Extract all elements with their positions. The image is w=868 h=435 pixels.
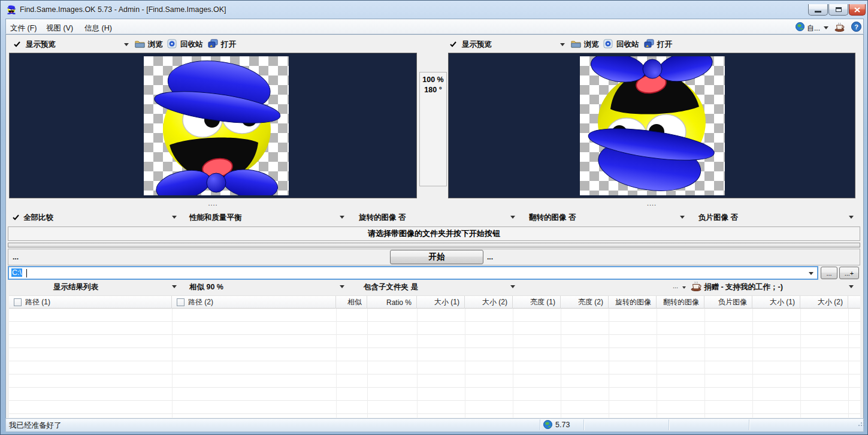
open-icon-left[interactable] bbox=[208, 39, 218, 50]
start-pre-dots: ... bbox=[13, 253, 19, 261]
grid-vline bbox=[609, 309, 609, 418]
column-header-flipped[interactable]: 翻转的图像 bbox=[657, 296, 704, 309]
minimize-icon bbox=[815, 11, 821, 13]
column-header-dim1[interactable]: 大小 (1) bbox=[752, 296, 800, 309]
svg-text:?: ? bbox=[854, 23, 858, 31]
results-table-header: 路径 (1) 路径 (2) 相似 Ratio % 大小 (1) 大小 (2) 亮… bbox=[9, 295, 860, 309]
open-icon-right[interactable] bbox=[644, 39, 654, 50]
close-icon bbox=[854, 7, 860, 13]
column-header-size2[interactable]: 大小 (2) bbox=[465, 296, 513, 309]
negative-images-arrow-icon[interactable] bbox=[849, 216, 854, 219]
zoom-rotation-panel: 100 % 180 ° bbox=[419, 72, 447, 186]
open-button-right[interactable]: 打开 bbox=[657, 40, 672, 50]
quality-arrow-icon[interactable] bbox=[340, 216, 344, 219]
similarity-arrow-icon[interactable] bbox=[340, 285, 344, 288]
instruction-message: 请选择带图像的文件夹并按下开始按钮 bbox=[8, 226, 860, 241]
grid-vline bbox=[657, 309, 657, 418]
start-button[interactable]: 开始 bbox=[390, 250, 483, 264]
app-icon bbox=[7, 5, 16, 14]
preview-pane-left bbox=[9, 53, 417, 198]
show-preview-left[interactable]: 显示预览 bbox=[26, 40, 56, 50]
path-combo-arrow-icon[interactable] bbox=[809, 272, 813, 275]
subfolders-arrow-icon[interactable] bbox=[510, 285, 515, 288]
resize-grip-icon[interactable] bbox=[858, 419, 866, 429]
rotated-images-dropdown[interactable]: 旋转的图像 否 bbox=[359, 213, 406, 223]
rotated-images-arrow-icon[interactable] bbox=[510, 216, 515, 219]
auto-menu[interactable]: 自... bbox=[807, 23, 820, 34]
path-selected-text: C:\ bbox=[11, 268, 22, 277]
recycle-bin-button-left[interactable]: 回收站 bbox=[180, 40, 203, 50]
text-caret bbox=[26, 269, 27, 277]
status-globe-icon bbox=[543, 420, 552, 431]
compare-all-arrow-icon[interactable] bbox=[172, 216, 177, 219]
status-bar bbox=[5, 418, 864, 432]
minimize-button[interactable] bbox=[808, 4, 828, 16]
start-post-dots: ... bbox=[487, 253, 493, 261]
help-icon[interactable]: ? bbox=[851, 22, 861, 34]
show-results-arrow-icon[interactable] bbox=[172, 285, 177, 288]
subfolders-dropdown[interactable]: 包含子文件夹 是 bbox=[364, 282, 418, 292]
grid-vline bbox=[513, 309, 513, 418]
column-header-negative[interactable]: 负片图像 bbox=[704, 296, 752, 309]
recycle-bin-icon-right[interactable] bbox=[603, 39, 613, 50]
quality-dropdown[interactable]: 性能和质量平衡 bbox=[189, 213, 242, 223]
column-header-dim2[interactable]: 大小 (2) bbox=[800, 296, 848, 309]
status-separator bbox=[583, 419, 584, 430]
recycle-bin-icon-left[interactable] bbox=[167, 39, 177, 50]
status-separator bbox=[669, 419, 669, 430]
more-options-dots[interactable]: ... bbox=[673, 282, 678, 289]
menu-file[interactable]: 文件 (F) bbox=[7, 22, 40, 35]
auto-menu-arrow-icon[interactable] bbox=[824, 26, 828, 29]
show-preview-right[interactable]: 显示预览 bbox=[462, 40, 492, 50]
open-button-left[interactable]: 打开 bbox=[221, 40, 236, 50]
app-window: Find.Same.Images.OK 5.73 - Admin - [Find… bbox=[0, 0, 868, 435]
globe-icon[interactable] bbox=[796, 22, 805, 33]
close-button[interactable] bbox=[849, 4, 866, 16]
flipped-images-arrow-icon[interactable] bbox=[680, 216, 685, 219]
path1-checkbox[interactable] bbox=[14, 298, 22, 306]
results-row-arrow-icon[interactable] bbox=[849, 285, 854, 288]
column-header-path2[interactable]: 路径 (2) bbox=[172, 296, 336, 309]
column-header-rotated[interactable]: 旋转的图像 bbox=[609, 296, 657, 309]
zoom-level: 100 % bbox=[420, 75, 446, 85]
show-preview-arrow-icon-right[interactable] bbox=[560, 43, 565, 46]
flipped-images-dropdown[interactable]: 翻转的图像 否 bbox=[529, 213, 576, 223]
preview-pane-right bbox=[448, 53, 855, 198]
show-preview-arrow-icon-left[interactable] bbox=[124, 43, 129, 46]
preview-image-left[interactable] bbox=[144, 56, 289, 195]
recycle-bin-button-right[interactable]: 回收站 bbox=[616, 40, 639, 50]
progress-bar bbox=[8, 243, 860, 247]
results-table-body[interactable] bbox=[9, 309, 860, 418]
browse-path-button[interactable]: ... bbox=[821, 267, 837, 279]
status-separator bbox=[749, 419, 749, 430]
browse-folder-icon-right[interactable] bbox=[571, 40, 581, 50]
compare-all-check-icon bbox=[13, 215, 19, 220]
add-path-button[interactable]: ...+ bbox=[839, 267, 859, 279]
grid-vline bbox=[367, 309, 368, 418]
menu-info[interactable]: 信息 (H) bbox=[81, 22, 116, 35]
column-header-similar[interactable]: 相似 bbox=[336, 296, 367, 309]
donate-link[interactable]: 捐赠 - 支持我的工作；-) bbox=[704, 282, 783, 292]
browse-folder-icon-left[interactable] bbox=[135, 40, 145, 50]
browse-button-right[interactable]: 浏览 bbox=[584, 40, 599, 50]
column-header-size1[interactable]: 大小 (1) bbox=[417, 296, 465, 309]
column-header-path1[interactable]: 路径 (1) bbox=[9, 296, 172, 309]
similarity-dropdown[interactable]: 相似 90 % bbox=[189, 282, 223, 292]
path2-checkbox[interactable] bbox=[177, 298, 185, 306]
column-header-brightness1[interactable]: 亮度 (1) bbox=[513, 296, 561, 309]
menu-view[interactable]: 视图 (V) bbox=[43, 22, 77, 35]
column-header-ratio[interactable]: Ratio % bbox=[367, 296, 417, 309]
preview-image-right[interactable] bbox=[580, 56, 725, 195]
folder-path-input[interactable]: C:\ bbox=[8, 266, 818, 280]
show-results-dropdown[interactable]: 显示结果列表 bbox=[53, 282, 98, 292]
negative-images-dropdown[interactable]: 负片图像 否 bbox=[698, 213, 738, 223]
column-header-brightness2[interactable]: 亮度 (2) bbox=[561, 296, 609, 309]
browse-button-left[interactable]: 浏览 bbox=[148, 40, 163, 50]
image-caption-right: .... bbox=[448, 200, 855, 207]
donate-cup-icon[interactable] bbox=[691, 281, 701, 293]
compare-all-dropdown[interactable]: 全部比较 bbox=[23, 213, 53, 223]
more-options-arrow-icon[interactable] bbox=[682, 286, 686, 289]
maximize-button[interactable] bbox=[828, 4, 848, 16]
grid-vline bbox=[704, 309, 705, 418]
donate-coffee-icon[interactable] bbox=[834, 22, 845, 34]
